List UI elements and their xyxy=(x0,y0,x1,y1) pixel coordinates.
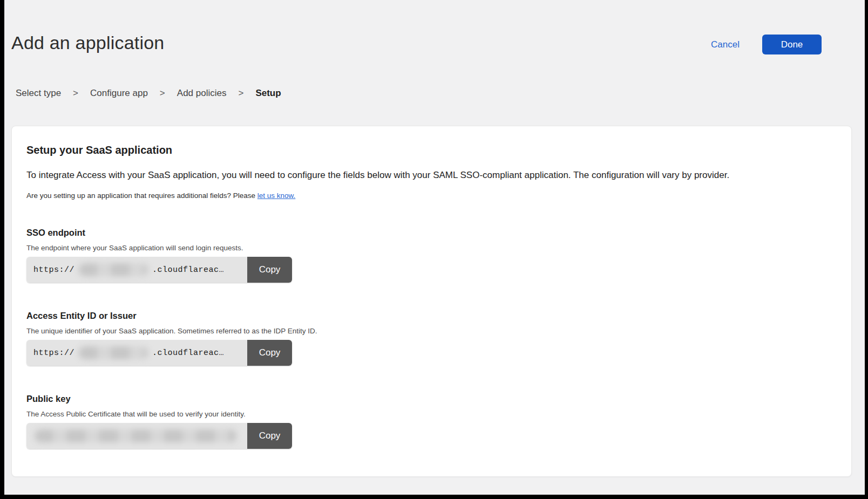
field-label: SSO endpoint xyxy=(26,228,826,238)
copy-row: https:// .cloudflareac… Copy xyxy=(26,257,292,283)
card-title: Setup your SaaS application xyxy=(26,144,826,156)
breadcrumb-step-configure-app[interactable]: Configure app xyxy=(90,88,148,99)
done-button[interactable]: Done xyxy=(762,35,822,54)
breadcrumb-separator: > xyxy=(160,88,165,99)
card-note: Are you setting up an application that r… xyxy=(26,192,826,200)
card-intro-text: To integrate Access with your SaaS appli… xyxy=(26,169,826,181)
copy-row: https:// .cloudflareac… Copy xyxy=(26,340,292,366)
breadcrumb-step-select-type[interactable]: Select type xyxy=(16,88,61,99)
field-group-sso-endpoint: SSO endpoint The endpoint where your Saa… xyxy=(26,228,826,283)
header-actions: Cancel Done xyxy=(711,35,822,54)
copy-row: Copy xyxy=(26,423,292,449)
field-group-access-entity-id: Access Entity ID or Issuer The unique id… xyxy=(26,311,826,366)
field-group-public-key: Public key The Access Public Certificate… xyxy=(26,394,826,449)
breadcrumb-step-add-policies[interactable]: Add policies xyxy=(177,88,227,99)
field-description: The unique identifier of your SaaS appli… xyxy=(26,327,826,335)
redacted-value-blur xyxy=(79,263,148,276)
value-prefix: https:// xyxy=(33,348,74,358)
cancel-button[interactable]: Cancel xyxy=(711,39,740,50)
copy-sso-endpoint-button[interactable]: Copy xyxy=(247,257,292,283)
breadcrumb: Select type > Configure app > Add polici… xyxy=(4,88,865,99)
copy-access-entity-id-button[interactable]: Copy xyxy=(247,340,292,366)
let-us-know-link[interactable]: let us know. xyxy=(257,192,296,200)
field-label: Access Entity ID or Issuer xyxy=(26,311,826,321)
field-description: The endpoint where your SaaS application… xyxy=(26,244,826,252)
page: Add an application Cancel Done Select ty… xyxy=(4,0,865,495)
value-suffix: .cloudflareac… xyxy=(152,265,224,275)
breadcrumb-separator: > xyxy=(238,88,243,99)
card-note-text: Are you setting up an application that r… xyxy=(26,192,257,200)
access-entity-id-value: https:// .cloudflareac… xyxy=(26,340,247,366)
setup-card: Setup your SaaS application To integrate… xyxy=(11,126,852,477)
value-prefix: https:// xyxy=(33,265,74,275)
field-description: The Access Public Certificate that will … xyxy=(26,410,826,418)
redacted-value-blur xyxy=(79,346,148,359)
field-label: Public key xyxy=(26,394,826,404)
breadcrumb-step-setup[interactable]: Setup xyxy=(255,88,281,99)
copy-public-key-button[interactable]: Copy xyxy=(247,423,292,449)
public-key-value xyxy=(26,423,247,449)
value-suffix: .cloudflareac… xyxy=(152,348,224,358)
page-title: Add an application xyxy=(11,32,164,53)
sso-endpoint-value: https:// .cloudflareac… xyxy=(26,257,247,283)
breadcrumb-separator: > xyxy=(73,88,78,99)
redacted-value-blur xyxy=(35,429,236,442)
page-header: Add an application Cancel Done xyxy=(4,0,865,54)
